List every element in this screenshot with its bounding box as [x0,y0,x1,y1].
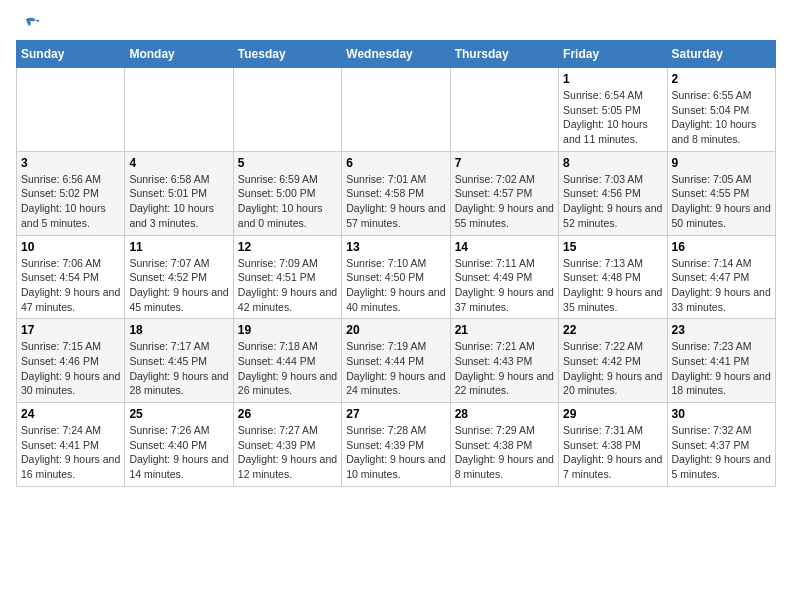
calendar-cell: 14Sunrise: 7:11 AM Sunset: 4:49 PM Dayli… [450,235,558,319]
day-number: 20 [346,323,445,337]
calendar-cell: 19Sunrise: 7:18 AM Sunset: 4:44 PM Dayli… [233,319,341,403]
day-info: Sunrise: 7:06 AM Sunset: 4:54 PM Dayligh… [21,256,120,315]
weekday-header-wednesday: Wednesday [342,41,450,68]
day-number: 21 [455,323,554,337]
calendar-week-row: 10Sunrise: 7:06 AM Sunset: 4:54 PM Dayli… [17,235,776,319]
calendar-cell: 28Sunrise: 7:29 AM Sunset: 4:38 PM Dayli… [450,403,558,487]
day-info: Sunrise: 7:23 AM Sunset: 4:41 PM Dayligh… [672,339,771,398]
day-info: Sunrise: 7:10 AM Sunset: 4:50 PM Dayligh… [346,256,445,315]
day-number: 10 [21,240,120,254]
calendar-cell: 11Sunrise: 7:07 AM Sunset: 4:52 PM Dayli… [125,235,233,319]
day-number: 11 [129,240,228,254]
weekday-header-friday: Friday [559,41,667,68]
calendar-cell: 7Sunrise: 7:02 AM Sunset: 4:57 PM Daylig… [450,151,558,235]
day-info: Sunrise: 7:26 AM Sunset: 4:40 PM Dayligh… [129,423,228,482]
day-info: Sunrise: 7:13 AM Sunset: 4:48 PM Dayligh… [563,256,662,315]
day-number: 29 [563,407,662,421]
calendar-cell: 2Sunrise: 6:55 AM Sunset: 5:04 PM Daylig… [667,68,775,152]
day-info: Sunrise: 6:59 AM Sunset: 5:00 PM Dayligh… [238,172,337,231]
day-number: 27 [346,407,445,421]
day-number: 9 [672,156,771,170]
calendar-week-row: 17Sunrise: 7:15 AM Sunset: 4:46 PM Dayli… [17,319,776,403]
day-number: 30 [672,407,771,421]
day-number: 3 [21,156,120,170]
calendar-cell [125,68,233,152]
calendar-cell: 10Sunrise: 7:06 AM Sunset: 4:54 PM Dayli… [17,235,125,319]
logo [16,16,40,32]
calendar-cell: 26Sunrise: 7:27 AM Sunset: 4:39 PM Dayli… [233,403,341,487]
weekday-header-sunday: Sunday [17,41,125,68]
calendar-cell: 17Sunrise: 7:15 AM Sunset: 4:46 PM Dayli… [17,319,125,403]
day-info: Sunrise: 7:05 AM Sunset: 4:55 PM Dayligh… [672,172,771,231]
weekday-header-tuesday: Tuesday [233,41,341,68]
calendar-cell [233,68,341,152]
calendar-cell: 16Sunrise: 7:14 AM Sunset: 4:47 PM Dayli… [667,235,775,319]
calendar-cell: 29Sunrise: 7:31 AM Sunset: 4:38 PM Dayli… [559,403,667,487]
calendar-cell: 1Sunrise: 6:54 AM Sunset: 5:05 PM Daylig… [559,68,667,152]
day-number: 17 [21,323,120,337]
calendar-cell: 5Sunrise: 6:59 AM Sunset: 5:00 PM Daylig… [233,151,341,235]
calendar-cell [17,68,125,152]
calendar-header-row: SundayMondayTuesdayWednesdayThursdayFrid… [17,41,776,68]
day-info: Sunrise: 7:11 AM Sunset: 4:49 PM Dayligh… [455,256,554,315]
calendar-week-row: 1Sunrise: 6:54 AM Sunset: 5:05 PM Daylig… [17,68,776,152]
day-info: Sunrise: 7:09 AM Sunset: 4:51 PM Dayligh… [238,256,337,315]
day-number: 2 [672,72,771,86]
calendar-cell: 9Sunrise: 7:05 AM Sunset: 4:55 PM Daylig… [667,151,775,235]
calendar-cell: 21Sunrise: 7:21 AM Sunset: 4:43 PM Dayli… [450,319,558,403]
day-info: Sunrise: 7:02 AM Sunset: 4:57 PM Dayligh… [455,172,554,231]
day-number: 28 [455,407,554,421]
calendar-cell: 4Sunrise: 6:58 AM Sunset: 5:01 PM Daylig… [125,151,233,235]
calendar-cell: 22Sunrise: 7:22 AM Sunset: 4:42 PM Dayli… [559,319,667,403]
weekday-header-saturday: Saturday [667,41,775,68]
day-info: Sunrise: 7:18 AM Sunset: 4:44 PM Dayligh… [238,339,337,398]
calendar-cell: 3Sunrise: 6:56 AM Sunset: 5:02 PM Daylig… [17,151,125,235]
calendar-week-row: 24Sunrise: 7:24 AM Sunset: 4:41 PM Dayli… [17,403,776,487]
day-number: 15 [563,240,662,254]
day-number: 14 [455,240,554,254]
day-info: Sunrise: 7:22 AM Sunset: 4:42 PM Dayligh… [563,339,662,398]
weekday-header-monday: Monday [125,41,233,68]
day-number: 26 [238,407,337,421]
day-info: Sunrise: 7:24 AM Sunset: 4:41 PM Dayligh… [21,423,120,482]
calendar-cell: 24Sunrise: 7:24 AM Sunset: 4:41 PM Dayli… [17,403,125,487]
day-info: Sunrise: 6:56 AM Sunset: 5:02 PM Dayligh… [21,172,120,231]
day-info: Sunrise: 7:01 AM Sunset: 4:58 PM Dayligh… [346,172,445,231]
day-info: Sunrise: 6:54 AM Sunset: 5:05 PM Dayligh… [563,88,662,147]
day-info: Sunrise: 7:07 AM Sunset: 4:52 PM Dayligh… [129,256,228,315]
day-info: Sunrise: 7:29 AM Sunset: 4:38 PM Dayligh… [455,423,554,482]
page-header [16,16,776,32]
day-info: Sunrise: 7:28 AM Sunset: 4:39 PM Dayligh… [346,423,445,482]
calendar-cell: 18Sunrise: 7:17 AM Sunset: 4:45 PM Dayli… [125,319,233,403]
day-info: Sunrise: 7:14 AM Sunset: 4:47 PM Dayligh… [672,256,771,315]
calendar-cell: 27Sunrise: 7:28 AM Sunset: 4:39 PM Dayli… [342,403,450,487]
calendar-cell: 13Sunrise: 7:10 AM Sunset: 4:50 PM Dayli… [342,235,450,319]
calendar-cell [342,68,450,152]
day-number: 22 [563,323,662,337]
day-number: 24 [21,407,120,421]
calendar-cell: 23Sunrise: 7:23 AM Sunset: 4:41 PM Dayli… [667,319,775,403]
day-number: 25 [129,407,228,421]
calendar-table: SundayMondayTuesdayWednesdayThursdayFrid… [16,40,776,487]
day-info: Sunrise: 7:17 AM Sunset: 4:45 PM Dayligh… [129,339,228,398]
day-number: 8 [563,156,662,170]
day-info: Sunrise: 7:15 AM Sunset: 4:46 PM Dayligh… [21,339,120,398]
day-info: Sunrise: 7:31 AM Sunset: 4:38 PM Dayligh… [563,423,662,482]
calendar-cell: 12Sunrise: 7:09 AM Sunset: 4:51 PM Dayli… [233,235,341,319]
day-number: 1 [563,72,662,86]
calendar-cell: 15Sunrise: 7:13 AM Sunset: 4:48 PM Dayli… [559,235,667,319]
calendar-cell: 30Sunrise: 7:32 AM Sunset: 4:37 PM Dayli… [667,403,775,487]
calendar-cell: 6Sunrise: 7:01 AM Sunset: 4:58 PM Daylig… [342,151,450,235]
day-number: 19 [238,323,337,337]
calendar-cell: 8Sunrise: 7:03 AM Sunset: 4:56 PM Daylig… [559,151,667,235]
logo-bird-icon [18,14,40,36]
day-number: 13 [346,240,445,254]
day-number: 23 [672,323,771,337]
day-info: Sunrise: 7:03 AM Sunset: 4:56 PM Dayligh… [563,172,662,231]
day-number: 4 [129,156,228,170]
day-info: Sunrise: 7:19 AM Sunset: 4:44 PM Dayligh… [346,339,445,398]
calendar-cell: 20Sunrise: 7:19 AM Sunset: 4:44 PM Dayli… [342,319,450,403]
day-number: 6 [346,156,445,170]
day-number: 16 [672,240,771,254]
weekday-header-thursday: Thursday [450,41,558,68]
